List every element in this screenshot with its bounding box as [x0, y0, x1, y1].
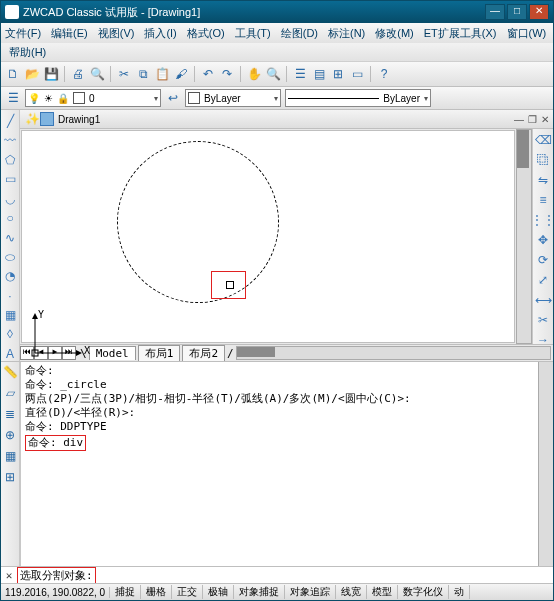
- svg-marker-3: [76, 350, 82, 356]
- polar-toggle[interactable]: 极轴: [203, 585, 234, 599]
- cmd-close-icon[interactable]: ✕: [3, 569, 15, 582]
- otrack-toggle[interactable]: 对象追踪: [285, 585, 336, 599]
- model-toggle[interactable]: 模型: [367, 585, 398, 599]
- copy-obj-icon[interactable]: ⿻: [535, 153, 551, 167]
- drawing-canvas[interactable]: Y X: [21, 130, 515, 343]
- rotate-icon[interactable]: ⟳: [535, 253, 551, 267]
- menu-tools[interactable]: 工具(T): [235, 26, 271, 41]
- menu-view[interactable]: 视图(V): [98, 26, 135, 41]
- tab-layout2[interactable]: 布局2: [182, 345, 225, 361]
- grid-toggle[interactable]: 栅格: [141, 585, 172, 599]
- color-dropdown[interactable]: ByLayer ▾: [185, 89, 281, 107]
- layer-manager-icon[interactable]: ☰: [5, 90, 21, 106]
- grid-icon[interactable]: ⊞: [330, 66, 346, 82]
- pline-icon[interactable]: 〰: [2, 133, 18, 147]
- hscrollbar[interactable]: [236, 346, 551, 360]
- lwt-toggle[interactable]: 线宽: [336, 585, 367, 599]
- open-icon[interactable]: 📂: [24, 66, 40, 82]
- menu-edit[interactable]: 编辑(E): [51, 26, 88, 41]
- doc-restore-icon[interactable]: ❐: [528, 114, 537, 125]
- cmd-line-highlight: 命令: div: [25, 435, 86, 451]
- polygon-icon[interactable]: ⬠: [2, 153, 18, 167]
- doc-min-icon[interactable]: —: [514, 114, 524, 125]
- match-icon[interactable]: 🖌: [173, 66, 189, 82]
- hscroll-thumb[interactable]: [237, 347, 275, 357]
- cmd-line: 两点(2P)/三点(3P)/相切-相切-半径(T)/弧线(A)/多次(M)/<圆…: [25, 392, 534, 406]
- menu-help[interactable]: 帮助(H): [9, 46, 46, 58]
- cmd-vscrollbar[interactable]: [538, 362, 553, 566]
- help-icon[interactable]: ?: [376, 66, 392, 82]
- layers-icon[interactable]: ☰: [292, 66, 308, 82]
- array-icon[interactable]: ⋮⋮: [535, 213, 551, 227]
- print-icon[interactable]: 🖨: [70, 66, 86, 82]
- ellipse-icon[interactable]: ⬭: [2, 250, 18, 264]
- table-icon[interactable]: ⊞: [2, 469, 18, 485]
- menu-et[interactable]: ET扩展工具(X): [424, 26, 497, 41]
- dyn-toggle[interactable]: 动: [449, 585, 470, 599]
- vscroll-thumb[interactable]: [517, 130, 529, 168]
- coords-readout[interactable]: 119.2016, 190.0822, 0: [1, 587, 110, 598]
- doc-close-icon[interactable]: ✕: [541, 114, 549, 125]
- minimize-button[interactable]: —: [485, 4, 505, 20]
- ortho-toggle[interactable]: 正交: [172, 585, 203, 599]
- line-icon[interactable]: ╱: [2, 114, 18, 128]
- cut-icon[interactable]: ✂: [116, 66, 132, 82]
- region-icon[interactable]: ◊: [2, 327, 18, 341]
- tablet-toggle[interactable]: 数字化仪: [398, 585, 449, 599]
- redo-icon[interactable]: ↷: [219, 66, 235, 82]
- ellipse-arc-icon[interactable]: ◔: [2, 269, 18, 283]
- spline-icon[interactable]: ∿: [2, 230, 18, 244]
- menu-file[interactable]: 文件(F): [5, 26, 41, 41]
- preview-icon[interactable]: 🔍: [89, 66, 105, 82]
- menu-modify[interactable]: 修改(M): [375, 26, 414, 41]
- vscrollbar[interactable]: [516, 129, 532, 344]
- close-button[interactable]: ✕: [529, 4, 549, 20]
- mirror-icon[interactable]: ⇋: [535, 173, 551, 187]
- linetype-dropdown[interactable]: ByLayer ▾: [285, 89, 431, 107]
- calendar-icon[interactable]: ▦: [2, 448, 18, 464]
- copy-icon[interactable]: ⧉: [135, 66, 151, 82]
- rect-icon[interactable]: ▭: [2, 172, 18, 186]
- erase-icon[interactable]: ⌫: [535, 133, 551, 147]
- layer-dropdown[interactable]: 💡 ☀ 🔒 0 ▾: [25, 89, 161, 107]
- tab-layout1[interactable]: 布局1: [138, 345, 181, 361]
- layer-prev-icon[interactable]: ↩: [165, 90, 181, 106]
- tool-icon[interactable]: ▭: [349, 66, 365, 82]
- menu-window[interactable]: 窗口(W): [507, 26, 547, 41]
- undo-icon[interactable]: ↶: [200, 66, 216, 82]
- arc-icon[interactable]: ◡: [2, 192, 18, 206]
- zoom-icon[interactable]: 🔍: [265, 66, 281, 82]
- maximize-button[interactable]: □: [507, 4, 527, 20]
- move-icon[interactable]: ✥: [535, 233, 551, 247]
- stretch-icon[interactable]: ⟷: [535, 293, 551, 307]
- paste-icon[interactable]: 📋: [154, 66, 170, 82]
- ucs-icon: Y X: [30, 313, 90, 365]
- id-icon[interactable]: ⊕: [2, 427, 18, 443]
- menu-format[interactable]: 格式(O): [187, 26, 225, 41]
- point-icon[interactable]: ·: [2, 289, 18, 303]
- misc-toolbar: 📏 ▱ ≣ ⊕ ▦ ⊞: [1, 362, 20, 566]
- snap-toggle[interactable]: 捕捉: [110, 585, 141, 599]
- new-icon[interactable]: 🗋: [5, 66, 21, 82]
- area-icon[interactable]: ▱: [2, 385, 18, 401]
- pan-icon[interactable]: ✋: [246, 66, 262, 82]
- hatch-icon[interactable]: ▦: [2, 308, 18, 322]
- osnap-toggle[interactable]: 对象捕捉: [234, 585, 285, 599]
- doc-tab-label[interactable]: Drawing1: [58, 114, 100, 125]
- props-icon[interactable]: ▤: [311, 66, 327, 82]
- menu-draw[interactable]: 绘图(D): [281, 26, 318, 41]
- scale-icon[interactable]: ⤢: [535, 273, 551, 287]
- tab-model[interactable]: Model: [89, 346, 136, 360]
- wizard-icon[interactable]: ✨: [24, 111, 40, 127]
- circle-icon[interactable]: ○: [2, 211, 18, 225]
- trim-icon[interactable]: ✂: [535, 313, 551, 327]
- save-icon[interactable]: 💾: [43, 66, 59, 82]
- menu-insert[interactable]: 插入(I): [144, 26, 176, 41]
- text-icon[interactable]: A: [2, 347, 18, 361]
- dist-icon[interactable]: 📏: [2, 364, 18, 380]
- menu-dim[interactable]: 标注(N): [328, 26, 365, 41]
- layer-color-swatch: [73, 92, 85, 104]
- offset-icon[interactable]: ≡: [535, 193, 551, 207]
- list-icon[interactable]: ≣: [2, 406, 18, 422]
- command-input[interactable]: [100, 568, 551, 583]
